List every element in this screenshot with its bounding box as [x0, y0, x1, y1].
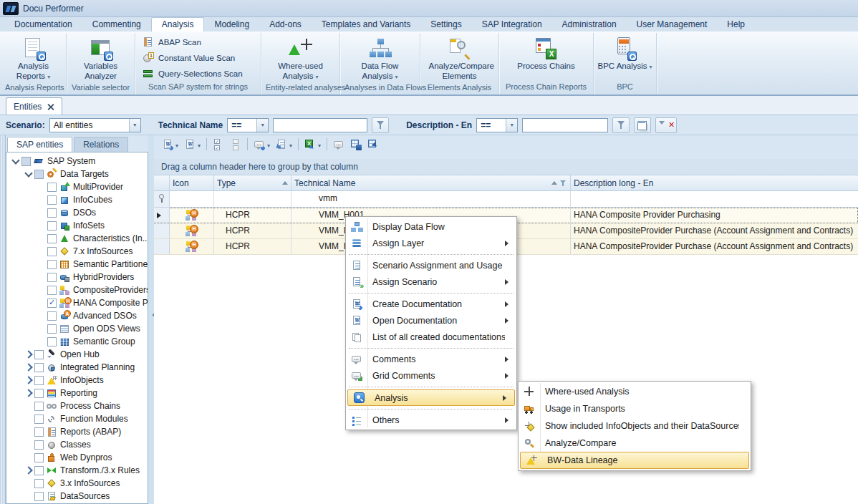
tree-item[interactable]: Reporting	[6, 387, 148, 399]
tree-expander-icon[interactable]	[24, 362, 34, 372]
tree-tab[interactable]: Relations	[74, 137, 128, 152]
ribbon-tab[interactable]: Administration	[552, 18, 627, 32]
tree-expander-icon[interactable]	[37, 285, 47, 295]
toolbar-button[interactable]	[245, 137, 250, 152]
submenu-item[interactable]: Where-used Analysis	[519, 383, 751, 400]
tree-item[interactable]: Advanced DSOs	[6, 309, 148, 322]
technical-name-filter-button[interactable]	[372, 117, 389, 133]
tree-expander-icon[interactable]	[37, 195, 47, 205]
tree-expander-icon[interactable]	[24, 491, 34, 501]
submenu-item[interactable]: Analyze/Compare	[519, 435, 751, 452]
tree-item[interactable]: MultiProvider	[6, 180, 148, 193]
tree-checkbox[interactable]	[34, 492, 44, 501]
tree-item[interactable]: Semantic Partitione...	[6, 258, 148, 271]
ribbon-tab[interactable]: SAP Integration	[472, 18, 552, 32]
toolbar-button[interactable]	[331, 137, 347, 152]
ribbon-tab[interactable]: Add-ons	[259, 18, 312, 32]
description-operator-select[interactable]: ==	[476, 118, 518, 132]
variables-analyzer-button[interactable]: Variables Analyzer	[67, 35, 135, 83]
tree-checkbox[interactable]	[34, 440, 44, 450]
tree-expander-icon[interactable]	[11, 156, 21, 166]
tree-item[interactable]: DSOs	[6, 206, 148, 219]
tree-item[interactable]: Classes	[6, 438, 148, 451]
tree-checkbox[interactable]	[47, 299, 57, 308]
tree-item[interactable]: SAP System	[6, 155, 148, 168]
context-menu-item[interactable]: Open Documentation	[346, 312, 516, 329]
tree-checkbox[interactable]	[34, 479, 44, 488]
tree-checkbox[interactable]	[34, 376, 44, 385]
group-by-panel[interactable]: Drag a column header here to group by th…	[154, 159, 858, 175]
context-menu-item[interactable]: Create Documentation	[346, 296, 516, 312]
tree-item[interactable]: Integrated Planning	[6, 361, 148, 374]
tree-expander-icon[interactable]	[37, 233, 47, 243]
tree-expander-icon[interactable]	[24, 388, 34, 398]
ribbon-tab[interactable]: Commenting	[82, 18, 151, 32]
analysis-reports-button[interactable]: Analysis Reports	[1, 35, 66, 83]
tree-checkbox[interactable]	[34, 350, 44, 359]
tree-item[interactable]: HANA Composite P...	[6, 296, 148, 309]
column-header-type[interactable]: Type	[214, 175, 291, 190]
process-chains-button[interactable]: Process Chains	[514, 35, 578, 73]
tree-checkbox[interactable]	[34, 427, 44, 437]
tree-expander-icon[interactable]	[24, 427, 34, 437]
tree-checkbox[interactable]	[47, 286, 57, 295]
tree-item[interactable]: Data Targets	[6, 168, 148, 180]
tree-checkbox[interactable]	[47, 337, 57, 346]
where-used-analysis-button[interactable]: Where-used Analysis	[267, 35, 334, 83]
filter-cell-technical-name[interactable]: vmm	[291, 191, 571, 207]
tree-expander-icon[interactable]	[24, 452, 34, 462]
tree-tab[interactable]: SAP entities	[7, 137, 72, 152]
tree-checkbox[interactable]	[47, 183, 57, 192]
description-filter-button[interactable]	[612, 117, 630, 133]
tree-item[interactable]: Process Chains	[6, 399, 148, 412]
tree-item[interactable]: Function Modules	[6, 412, 148, 425]
panel-splitter[interactable]	[148, 135, 154, 504]
toolbar-button[interactable]	[182, 137, 203, 152]
toolbar-button[interactable]	[365, 137, 381, 152]
tree-checkbox[interactable]	[47, 234, 57, 243]
close-tab-icon[interactable]	[47, 103, 54, 110]
context-menu-item[interactable]: Assign Scenario	[346, 273, 516, 290]
ribbon-tab[interactable]: Modeling	[204, 18, 259, 32]
column-header-description[interactable]: Description long - En	[571, 175, 858, 190]
toolbar-button[interactable]	[296, 137, 301, 152]
tree-expander-icon[interactable]	[37, 208, 47, 218]
tree-item[interactable]: 3.x InfoSources	[6, 477, 148, 490]
tree-checkbox[interactable]	[47, 221, 57, 231]
toolbar-button[interactable]	[204, 137, 209, 152]
tree-checkbox[interactable]	[34, 363, 44, 372]
tree-checkbox[interactable]	[47, 247, 57, 256]
tree-checkbox[interactable]	[47, 324, 57, 334]
tree-expander-icon[interactable]	[24, 440, 34, 450]
query-selections-scan-button[interactable]: Query-Selections Scan	[143, 67, 243, 80]
column-header-technical-name[interactable]: Technical Name	[291, 175, 571, 190]
chevron-down-icon[interactable]	[256, 119, 268, 132]
toolbar-button[interactable]	[274, 137, 294, 152]
context-menu-item[interactable]: Display Data Flow	[346, 218, 516, 235]
tree-expander-icon[interactable]	[24, 465, 34, 475]
technical-name-filter-input[interactable]	[273, 118, 367, 132]
chevron-down-icon[interactable]	[506, 119, 517, 132]
description-filter-input[interactable]	[522, 118, 608, 132]
filter-cell-type[interactable]	[214, 191, 291, 207]
ribbon-tab[interactable]: Settings	[420, 18, 471, 32]
toolbar-button[interactable]	[211, 137, 226, 152]
dropdown-arrow-icon[interactable]	[196, 140, 201, 150]
tree-expander-icon[interactable]	[24, 414, 34, 424]
tree-checkbox[interactable]	[47, 208, 57, 218]
dropdown-arrow-icon[interactable]	[265, 140, 270, 150]
column-filter-icon[interactable]	[560, 180, 567, 187]
technical-name-operator-select[interactable]: ==	[227, 118, 269, 132]
context-menu-item[interactable]: Comments	[346, 351, 516, 367]
abap-scan-button[interactable]: ABAP Scan	[143, 36, 201, 49]
submenu-item[interactable]: BW-Data Lineage	[520, 452, 749, 469]
tree-checkbox[interactable]	[47, 311, 57, 321]
tree-item[interactable]: InfoCubes	[6, 193, 148, 206]
tree-item[interactable]: InfoSets	[6, 219, 148, 232]
tree-item[interactable]: HybridProviders	[6, 271, 148, 284]
tree-expander-icon[interactable]	[37, 324, 47, 334]
left-panel-grip[interactable]	[0, 135, 6, 504]
tree-checkbox[interactable]	[21, 157, 31, 166]
ribbon-tab[interactable]: User Management	[627, 18, 718, 32]
context-menu-item[interactable]: Scenario Assignment and Usage	[346, 257, 516, 273]
